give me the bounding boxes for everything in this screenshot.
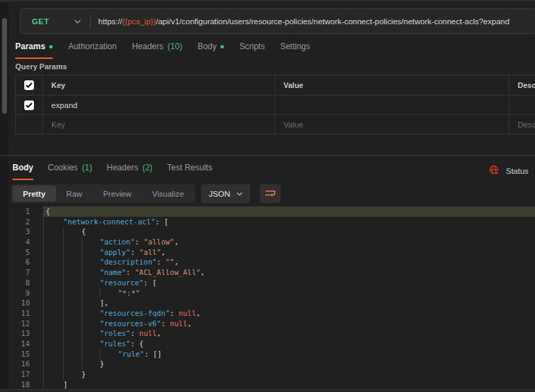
table-placeholder-row: Key Value Description bbox=[16, 114, 535, 134]
line-content: ] bbox=[43, 380, 535, 389]
tab-headers[interactable]: Headers (10) bbox=[132, 42, 182, 59]
tab-settings[interactable]: Settings bbox=[280, 42, 310, 59]
code-line: 4 "action": "allow", bbox=[9, 237, 535, 247]
view-pretty[interactable]: Pretty bbox=[12, 186, 56, 202]
line-number: 12 bbox=[9, 319, 38, 329]
code-line: 1{ bbox=[9, 206, 535, 217]
line-content: "rule": [] bbox=[43, 349, 535, 359]
request-url-bar: GET https://{{pcs_ip}}/api/v1/configurat… bbox=[20, 8, 535, 34]
row-checkbox-empty bbox=[16, 115, 42, 134]
line-content: "*:*" bbox=[43, 288, 535, 299]
code-line: 3 { bbox=[9, 226, 535, 237]
url-variable: {{pcs_ip}} bbox=[122, 17, 156, 26]
left-scrollbar-thumb[interactable] bbox=[2, 18, 7, 114]
row-checkbox[interactable] bbox=[16, 96, 42, 114]
tab-test-results[interactable]: Test Results bbox=[167, 163, 212, 180]
view-preview[interactable]: Preview bbox=[93, 186, 142, 202]
response-status: Status bbox=[489, 165, 529, 177]
column-header-value: Value bbox=[274, 75, 509, 95]
modified-dot bbox=[49, 45, 53, 48]
url-path: /api/v1/configuration/users/resource-pol… bbox=[156, 17, 509, 26]
url-input[interactable]: https://{{pcs_ip}}/api/v1/configuration/… bbox=[98, 17, 509, 26]
param-description-cell[interactable] bbox=[509, 96, 535, 114]
status-label: Status bbox=[506, 167, 529, 175]
tab-label: Headers bbox=[107, 163, 138, 172]
tab-params[interactable]: Params bbox=[15, 42, 53, 59]
line-number: 10 bbox=[9, 298, 38, 308]
code-line: 12 "resources-v6": null, bbox=[9, 319, 535, 329]
line-content: "network-connect-acl": [ bbox=[43, 217, 535, 227]
line-number: 2 bbox=[9, 217, 38, 227]
line-number: 15 bbox=[9, 349, 38, 359]
language-select[interactable]: JSON bbox=[201, 184, 250, 203]
tab-label: Cookies bbox=[48, 163, 78, 172]
tab-count: (1) bbox=[82, 163, 92, 172]
tab-body[interactable]: Body bbox=[198, 42, 224, 59]
tab-label: Params bbox=[15, 42, 45, 51]
line-content: ], bbox=[43, 298, 535, 308]
param-key-input[interactable]: Key bbox=[42, 115, 274, 134]
response-section-divider bbox=[0, 155, 535, 156]
line-content: "resources-v6": null, bbox=[43, 319, 535, 329]
line-content: "description": "", bbox=[43, 257, 535, 267]
code-line: 11 "resources-fqdn": null, bbox=[9, 308, 535, 319]
modified-dot bbox=[220, 45, 224, 48]
language-label: JSON bbox=[209, 190, 230, 198]
line-content: "resources-fqdn": null, bbox=[43, 308, 535, 319]
table-row: expand bbox=[16, 95, 535, 114]
chevron-down-icon[interactable] bbox=[74, 19, 81, 24]
code-line: 10 ], bbox=[9, 298, 535, 308]
line-content: "apply": "all", bbox=[43, 247, 535, 258]
tab-scripts[interactable]: Scripts bbox=[239, 42, 265, 59]
wrap-lines-icon bbox=[265, 189, 276, 199]
view-mode-group: Pretty Raw Preview Visualize bbox=[11, 184, 195, 203]
line-number: 16 bbox=[9, 359, 38, 369]
line-number: 8 bbox=[9, 278, 38, 288]
param-description-input[interactable]: Description bbox=[509, 115, 535, 134]
response-body-editor[interactable]: 1{2 "network-connect-acl": [3 {4 "action… bbox=[9, 206, 535, 389]
wrap-lines-button[interactable] bbox=[260, 184, 281, 203]
tab-label: Authorization bbox=[68, 42, 116, 51]
tab-response-body[interactable]: Body bbox=[12, 163, 33, 180]
param-value-input[interactable]: Value bbox=[274, 115, 509, 134]
line-number: 14 bbox=[9, 339, 38, 349]
view-visualize[interactable]: Visualize bbox=[142, 186, 195, 202]
line-content: { bbox=[43, 206, 535, 217]
line-number: 17 bbox=[9, 369, 38, 380]
line-number: 11 bbox=[9, 308, 38, 319]
tab-authorization[interactable]: Authorization bbox=[68, 42, 116, 59]
left-scrollbar[interactable] bbox=[0, 3, 9, 392]
tab-cookies[interactable]: Cookies (1) bbox=[48, 163, 92, 180]
code-line: 7 "name": "ACL_Allow_All", bbox=[9, 267, 535, 278]
line-content: "rules": { bbox=[43, 339, 535, 349]
code-line: 14 "rules": { bbox=[9, 339, 535, 349]
param-key-cell[interactable]: expand bbox=[42, 96, 274, 114]
query-params-table: Key Value Description expand Key Value D… bbox=[15, 75, 535, 134]
tab-response-headers[interactable]: Headers (2) bbox=[107, 163, 152, 180]
method-selector[interactable]: GET bbox=[21, 17, 49, 26]
line-number: 18 bbox=[9, 380, 38, 389]
url-prefix: https:// bbox=[98, 17, 123, 26]
line-number: 7 bbox=[9, 267, 38, 278]
line-number: 1 bbox=[9, 206, 38, 217]
line-number: 6 bbox=[9, 257, 38, 267]
line-content: "action": "allow", bbox=[43, 237, 535, 247]
tab-label: Headers bbox=[132, 42, 163, 51]
column-header-key: Key bbox=[42, 75, 274, 95]
code-line: 16 } bbox=[9, 359, 535, 369]
network-error-icon[interactable] bbox=[489, 165, 500, 177]
request-pane: GET https://{{pcs_ip}}/api/v1/configurat… bbox=[9, 3, 535, 392]
select-all-checkbox[interactable] bbox=[16, 75, 42, 95]
tab-label: Body bbox=[12, 163, 33, 172]
line-content: } bbox=[43, 359, 535, 369]
table-header-row: Key Value Description bbox=[16, 75, 535, 95]
line-number: 9 bbox=[9, 288, 38, 299]
line-content: } bbox=[43, 369, 535, 380]
chevron-down-icon bbox=[236, 192, 243, 196]
view-raw[interactable]: Raw bbox=[56, 186, 93, 202]
line-content: "resource": [ bbox=[43, 278, 535, 288]
column-header-description: Description bbox=[509, 75, 535, 95]
code-line: 2 "network-connect-acl": [ bbox=[9, 217, 535, 227]
param-value-cell[interactable] bbox=[274, 96, 509, 114]
tab-label: Scripts bbox=[239, 42, 265, 51]
